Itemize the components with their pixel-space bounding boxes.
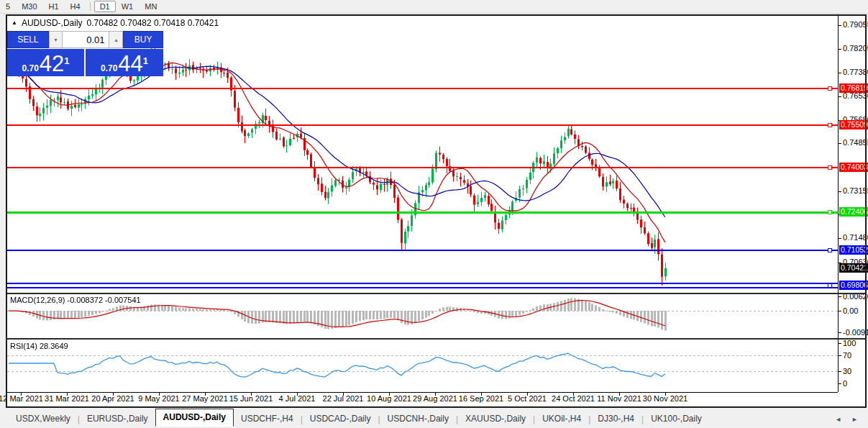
sell-price-prefix: 0.70 [22,62,38,75]
rsi-axis-label: 0 [843,379,847,388]
date-label: 5 Oct 2021 [508,394,547,403]
price-axis-tick [839,49,841,50]
one-click-trading-panel: SELL ▼ ▲ BUY 0.70421 0.70441 [7,31,163,76]
sell-price-big: 42 [40,53,64,75]
date-label: 9 May 2021 [138,394,179,403]
rsi-axis-tick [839,371,841,372]
date-label: 10 Aug 2021 [367,394,411,403]
chevron-down-icon: ▼ [53,37,58,42]
chart-tab-usdchf-h4[interactable]: USDCHF-,H4 [234,411,301,426]
price-axis-label: 0.78205 [843,44,868,53]
chart-tab-dj30-h4[interactable]: DJ30-,H4 [590,411,641,426]
price-axis-tick [839,143,841,144]
sell-price-sup: 1 [64,50,69,72]
date-label: 31 Mar 2021 [45,394,89,403]
ohlc-values: 0.70482 0.70482 0.70418 0.70421 [87,18,219,28]
timeframe-toolbar: 5M30H1H4D1W1MN [0,0,868,14]
timeframe-button-d1[interactable]: D1 [94,1,116,12]
date-label: 4 Jul 2021 [279,394,316,403]
rsi-axis-tick [839,383,841,384]
rsi-label: RSI(14) 28.3649 [10,342,68,350]
volume-increase-button[interactable]: ▲ [109,31,123,48]
time-axis-line [7,392,838,393]
level-price-label: 0.72406 [839,207,868,217]
price-axis-tick [839,191,841,192]
metatrader-app: 5M30H1H4D1W1MN ▲ AUDUSD-,Daily 0.70482 0… [0,0,868,428]
buy-price-prefix: 0.70 [101,62,117,75]
timeframe-button-m30[interactable]: M30 [16,1,42,12]
buy-button[interactable]: BUY [123,31,163,48]
chevron-up-icon: ▲ [114,37,119,42]
date-label: 27 May 2021 [182,394,228,403]
price-axis-label: 0.79055 [843,20,868,29]
price-axis-tick [839,238,841,239]
price-axis-label: 0.73155 [843,186,868,195]
chart-symbol-label: AUDUSD-,Daily [22,18,83,28]
timeframe-button-w1[interactable]: W1 [116,1,140,12]
timeframe-button-5[interactable]: 5 [0,1,16,12]
level-price-label: 0.69806 [839,281,868,290]
tab-scroll-arrows: ◄ ► [835,416,858,423]
tab-scroll-left-icon[interactable]: ◄ [835,416,841,423]
price-axis-label: 0.71480 [843,233,868,242]
date-label: 20 Apr 2021 [91,394,134,403]
price-axis-tick [839,73,841,73]
tab-scroll-right-icon[interactable]: ► [851,416,858,423]
macd-pane-separator[interactable] [7,293,867,294]
buy-price-display[interactable]: 0.70441 [86,49,163,76]
volume-input[interactable] [63,31,109,48]
level-price-label: 0.74003 [839,163,868,172]
macd-axis-label: 0.00 [843,306,858,315]
timeframe-button-mn[interactable]: MN [139,1,163,12]
buy-price-big: 44 [118,53,142,75]
macd-axis-label: -0.009197 [843,328,868,337]
buy-price-sup: 1 [143,50,148,72]
chart-tab-usdcad-daily[interactable]: USDCAD-,Daily [303,411,378,426]
sell-price-display[interactable]: 0.70421 [7,49,84,76]
timeframe-button-h4[interactable]: H4 [65,1,86,12]
macd-axis-tick [839,332,841,333]
chart-tab-bar: USDX,Weekly|EURUSD-,DailyAUDUSD-,DailyUS… [0,408,868,428]
chart-tab-uk100-daily[interactable]: UK100-,Daily [644,411,709,426]
sell-button[interactable]: SELL [7,31,49,48]
collapse-icon[interactable]: ▲ [12,19,17,27]
date-label: 24 Oct 2021 [552,394,595,403]
date-label: 16 Sep 2021 [459,394,503,403]
macd-label: MACD(12,26,9) -0.008372 -0.007541 [10,296,141,304]
price-axis-label: 0.77380 [843,68,868,76]
current-price-label: 0.70421 [839,263,868,273]
level-price-label: 0.75509 [839,120,868,129]
macd-axis-tick [839,296,841,297]
date-label: 29 Aug 2021 [413,394,457,403]
macd-axis-tick [839,311,841,311]
chart-tab-ukoil-h4[interactable]: UKOil-,H4 [535,411,588,426]
level-price-label: 0.76819 [839,83,868,93]
toolbar-separator [90,2,91,11]
date-label: 22 Jul 2021 [323,394,364,403]
chart-tab-xauusd-daily[interactable]: XAUUSD-,Daily [458,411,533,426]
chart-tab-usdcnh-daily[interactable]: USDCNH-,Daily [380,411,456,426]
rsi-axis-tick [839,355,841,356]
volume-decrease-button[interactable]: ▼ [49,31,63,48]
rsi-pane-separator[interactable] [7,338,867,340]
price-axis-label: 0.74855 [843,138,868,147]
price-axis-tick [839,96,841,97]
level-price-label: 0.71052 [839,245,868,255]
rsi-axis-tick [839,343,841,344]
rsi-axis-label: 100 [843,339,856,347]
chart-tab-usdx-weekly[interactable]: USDX,Weekly [9,411,78,426]
date-label: 30 Nov 2021 [643,394,687,403]
rsi-indicator-canvas[interactable] [7,340,838,392]
chart-tab-audusd-daily[interactable]: AUDUSD-,Daily [155,409,234,427]
timeframe-button-h1[interactable]: H1 [43,1,65,12]
date-label: 12 Mar 2021 [0,394,43,403]
price-axis-tick [839,25,841,26]
chart-tab-eurusd-daily[interactable]: EURUSD-,Daily [80,411,155,426]
chart-title-row: ▲ AUDUSD-,Daily 0.70482 0.70482 0.70418 … [12,18,219,28]
date-label: 15 Jun 2021 [229,394,273,403]
rsi-axis-label: 70 [843,351,851,360]
date-label: 11 Nov 2021 [597,394,641,403]
rsi-axis-label: 30 [843,367,851,375]
